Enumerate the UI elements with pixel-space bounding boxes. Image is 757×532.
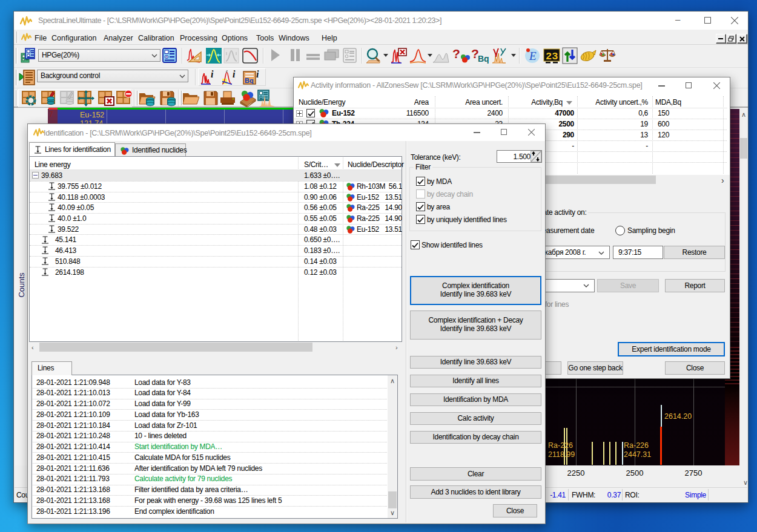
svg-text:i: i xyxy=(256,70,259,79)
svg-text:Bq: Bq xyxy=(245,77,254,84)
svg-text:23: 23 xyxy=(546,51,558,62)
svg-text:E: E xyxy=(529,50,537,62)
svg-text:i: i xyxy=(233,70,236,79)
svg-text:i: i xyxy=(211,70,214,79)
